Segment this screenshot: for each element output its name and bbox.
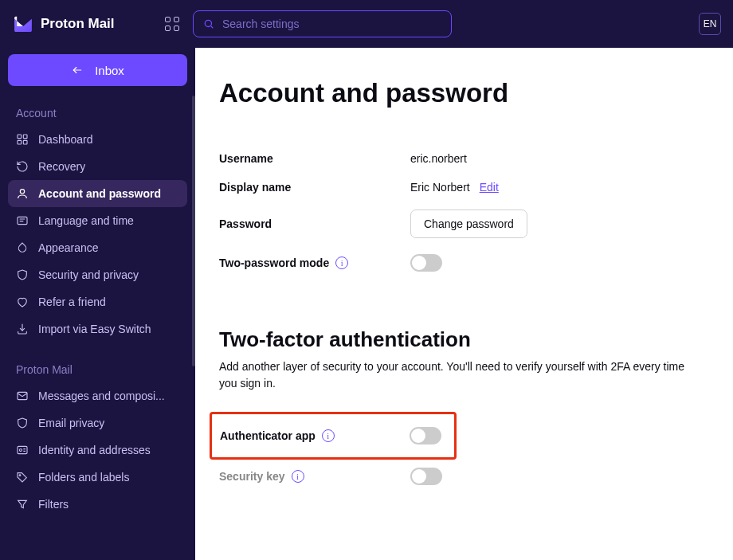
svg-point-0 xyxy=(205,20,211,26)
identity-icon xyxy=(16,444,29,456)
main-content: Account and password Username eric.norbe… xyxy=(195,48,733,560)
sidebar-item-folders[interactable]: Folders and labels xyxy=(8,464,187,491)
sidebar-item-label: Dashboard xyxy=(38,133,93,146)
svg-point-13 xyxy=(19,448,22,451)
svg-rect-6 xyxy=(23,140,27,144)
password-label: Password xyxy=(219,217,410,230)
language-button[interactable]: EN xyxy=(699,13,721,35)
svg-point-16 xyxy=(19,475,21,476)
display-name-row: Display name Eric Norbert Edit xyxy=(219,181,733,194)
recovery-icon xyxy=(16,160,29,173)
info-icon[interactable]: i xyxy=(335,257,348,269)
display-name-label: Display name xyxy=(219,181,410,194)
info-icon[interactable]: i xyxy=(292,470,304,483)
inbox-button-label: Inbox xyxy=(95,64,124,77)
change-password-button[interactable]: Change password xyxy=(410,210,527,238)
sidebar-item-label: Email privacy xyxy=(38,417,104,429)
shield-icon xyxy=(16,417,29,429)
import-icon xyxy=(16,323,29,335)
two-password-toggle[interactable] xyxy=(410,254,442,272)
inbox-button[interactable]: Inbox xyxy=(8,54,187,86)
two-password-row: Two-password mode i xyxy=(219,254,733,272)
apps-grid-icon[interactable] xyxy=(163,15,181,33)
authenticator-row: Authenticator app i xyxy=(220,427,446,444)
sidebar: Inbox Account Dashboard Recovery Account… xyxy=(0,48,195,560)
search-field[interactable] xyxy=(193,10,452,37)
display-name-value: Eric Norbert xyxy=(410,181,470,194)
sidebar-item-label: Refer a friend xyxy=(38,296,106,308)
sidebar-item-label: Account and password xyxy=(38,187,161,200)
sidebar-item-security[interactable]: Security and privacy xyxy=(8,261,187,288)
arrow-left-icon xyxy=(71,65,84,76)
two-password-label: Two-password mode xyxy=(219,257,329,269)
sidebar-item-import[interactable]: Import via Easy Switch xyxy=(8,315,187,343)
search-input[interactable] xyxy=(222,18,441,30)
username-value: eric.norbert xyxy=(410,152,467,165)
svg-rect-4 xyxy=(23,135,27,139)
user-icon xyxy=(16,187,29,200)
appearance-icon xyxy=(16,241,29,254)
sidebar-item-label: Security and privacy xyxy=(38,268,139,281)
heart-icon xyxy=(16,296,29,308)
tag-icon xyxy=(16,471,29,484)
svg-rect-5 xyxy=(18,140,22,144)
tfa-title: Two-factor authentication xyxy=(219,327,733,352)
language-icon xyxy=(16,214,29,227)
sidebar-item-email-privacy[interactable]: Email privacy xyxy=(8,409,187,437)
sidebar-section-account: Account xyxy=(8,100,187,126)
sidebar-item-messages[interactable]: Messages and composi... xyxy=(8,382,187,409)
sidebar-item-identity[interactable]: Identity and addresses xyxy=(8,437,187,464)
sidebar-item-language-time[interactable]: Language and time xyxy=(8,207,187,234)
sidebar-item-label: Identity and addresses xyxy=(38,444,151,456)
security-key-label: Security key xyxy=(219,470,285,483)
authenticator-label: Authenticator app xyxy=(220,429,316,442)
messages-icon xyxy=(16,390,29,402)
sidebar-item-appearance[interactable]: Appearance xyxy=(8,234,187,261)
scrollbar[interactable] xyxy=(192,96,195,366)
sidebar-item-label: Messages and composi... xyxy=(38,390,165,402)
sidebar-item-label: Appearance xyxy=(38,241,99,254)
sidebar-item-account-password[interactable]: Account and password xyxy=(8,180,187,207)
tfa-description: Add another layer of security to your ac… xyxy=(219,358,697,392)
svg-line-1 xyxy=(211,26,214,29)
svg-rect-8 xyxy=(18,217,27,224)
info-icon[interactable]: i xyxy=(322,429,335,442)
sidebar-section-protonmail: Proton Mail xyxy=(8,357,187,382)
sidebar-item-label: Recovery xyxy=(38,160,85,173)
sidebar-item-label: Language and time xyxy=(38,214,134,227)
username-label: Username xyxy=(219,152,410,165)
security-key-row: Security key i xyxy=(219,468,733,485)
shield-icon xyxy=(16,268,29,281)
sidebar-item-label: Folders and labels xyxy=(38,471,129,484)
search-icon xyxy=(203,18,214,29)
svg-rect-3 xyxy=(18,135,22,139)
username-row: Username eric.norbert xyxy=(219,152,733,165)
sidebar-item-recovery[interactable]: Recovery xyxy=(8,153,187,180)
authenticator-toggle[interactable] xyxy=(410,427,441,444)
logo[interactable]: Proton Mail xyxy=(12,13,151,35)
sidebar-item-dashboard[interactable]: Dashboard xyxy=(8,126,187,153)
sidebar-item-label: Filters xyxy=(38,498,69,511)
sidebar-item-filters[interactable]: Filters xyxy=(8,491,187,518)
authenticator-highlight: Authenticator app i xyxy=(210,412,457,460)
page-title: Account and password xyxy=(219,78,733,108)
dashboard-icon xyxy=(16,133,29,146)
sidebar-item-label: Import via Easy Switch xyxy=(38,323,151,335)
security-key-toggle[interactable] xyxy=(410,468,442,485)
filter-icon xyxy=(16,498,29,511)
svg-point-7 xyxy=(20,190,24,194)
proton-mail-icon xyxy=(12,13,34,35)
sidebar-item-refer[interactable]: Refer a friend xyxy=(8,288,187,315)
password-row: Password Change password xyxy=(219,210,733,238)
edit-display-name-link[interactable]: Edit xyxy=(480,181,499,194)
logo-text: Proton Mail xyxy=(41,16,115,32)
